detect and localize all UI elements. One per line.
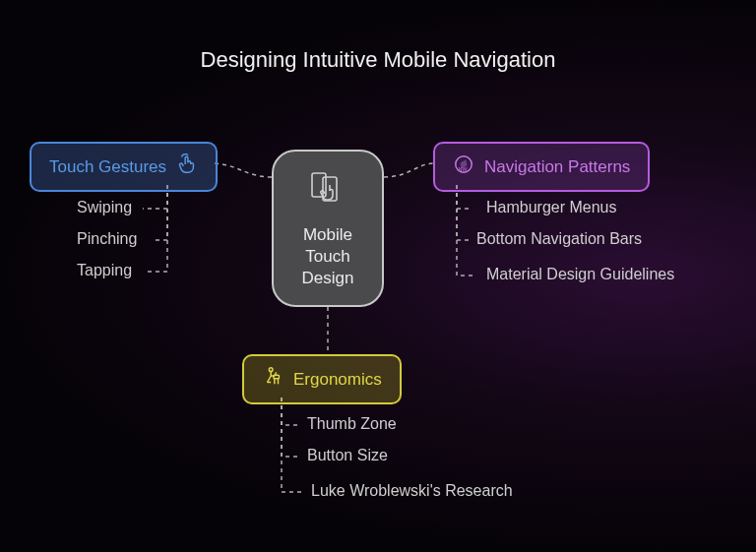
page-title: Designing Intuitive Mobile Navigation <box>0 47 756 73</box>
ergo-item-button-size: Button Size <box>307 447 388 464</box>
ergonomics-icon <box>262 366 284 393</box>
svg-point-5 <box>269 368 273 372</box>
branch-navigation-patterns: NW Navigation Patterns <box>433 142 650 192</box>
ergo-item-luke: Luke Wroblewski's Research <box>311 482 513 500</box>
svg-text:NW: NW <box>459 166 469 172</box>
branch-touch-gestures: Touch Gestures <box>30 142 218 192</box>
central-label: MobileTouchDesign <box>302 224 354 289</box>
nav-item-bottom-bars: Bottom Navigation Bars <box>476 230 642 248</box>
svg-rect-6 <box>274 375 280 379</box>
branch-ergonomics: Ergonomics <box>242 354 402 404</box>
gesture-icon <box>176 153 198 180</box>
branch-touch-label: Touch Gestures <box>49 157 166 177</box>
ergo-item-thumb-zone: Thumb Zone <box>307 415 397 433</box>
nav-item-hamburger: Hamburger Menus <box>486 199 617 216</box>
touch-item-swiping: Swiping <box>77 199 132 216</box>
branch-ergo-label: Ergonomics <box>293 370 382 390</box>
central-node: MobileTouchDesign <box>272 150 384 307</box>
branch-nav-label: Navigation Patterns <box>484 157 630 177</box>
touch-item-pinching: Pinching <box>77 230 137 248</box>
compass-icon: NW <box>453 153 474 180</box>
touch-item-tapping: Tapping <box>77 262 132 279</box>
mobile-touch-icon <box>306 167 349 215</box>
nav-item-material: Material Design Guidelines <box>486 266 674 283</box>
